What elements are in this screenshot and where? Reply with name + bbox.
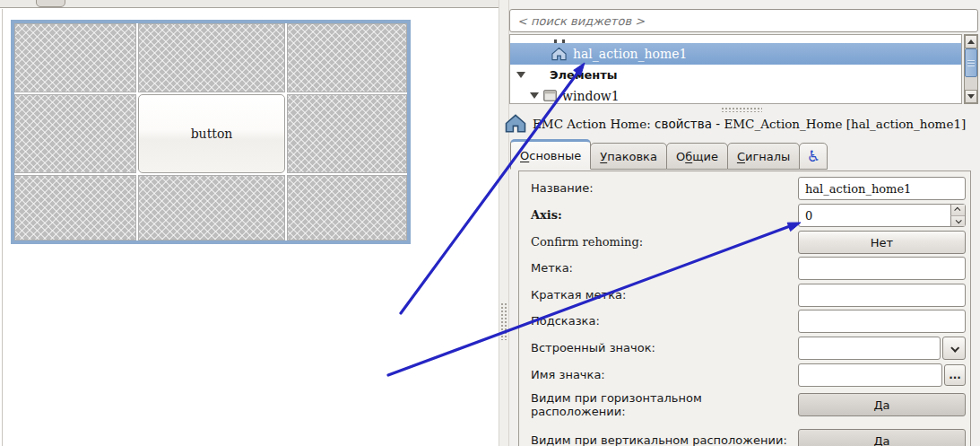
placeholder-cell[interactable] [138,23,285,92]
property-label-short-label: Краткая метка: [531,288,794,302]
pane-splitter-vertical[interactable] [499,0,509,446]
toolbar-strip [0,0,500,8]
tree-item-window1[interactable]: window1 [510,85,961,104]
accessibility-icon: ♿ [807,147,820,165]
property-label-visible-vertical: Видим при вертикальном расположении: [531,433,794,446]
property-label-axis: Axis: [531,208,794,222]
chevron-down-icon[interactable] [516,72,525,78]
splitter-grip-icon[interactable] [500,302,507,340]
confirm-rehoming-button[interactable]: Нет [798,231,966,254]
visible-vertical-toggle[interactable]: Да [798,429,966,446]
table-container: button [14,23,407,240]
label-field[interactable] [798,257,966,280]
properties-title: EMC Action Home: свойства - EMC_Action_H… [533,117,966,131]
glade-designer-window: button hal_action_home1 Элементы [0,0,980,446]
home-icon [504,114,527,133]
tree-scrollbar[interactable] [964,34,978,104]
arrow-down-icon [967,94,975,99]
tree-item-hal-action-home1[interactable]: hal_action_home1 [510,43,961,65]
workspace-left-border [2,9,3,446]
button-widget[interactable]: button [138,94,285,173]
placeholder-cell[interactable] [287,94,407,173]
stock-icon-combobox[interactable] [798,337,941,360]
combo-dropdown-button[interactable] [942,337,966,360]
placeholder-cell[interactable] [287,175,407,240]
property-label-label: Метка: [531,261,794,275]
property-label-stock-icon: Встроенный значок: [531,341,794,354]
browse-icon-button[interactable]: ... [944,364,966,386]
property-label-name: Название: [531,181,794,195]
chevron-down-icon[interactable] [530,92,539,99]
window-icon [543,90,557,101]
scroll-down-button[interactable] [965,90,977,103]
placeholder-cell[interactable] [138,175,285,240]
tab-signals[interactable]: Сигналы [727,143,800,170]
chevron-down-icon [956,217,962,223]
widget-tree: hal_action_home1 Элементы window1 [509,34,962,104]
scrollbar-thumb[interactable] [965,48,977,77]
tab-general[interactable]: Основные [510,139,591,170]
placeholder-cell[interactable] [287,23,407,92]
scroll-up-button[interactable] [965,35,977,48]
tree-item-label: hal_action_home1 [573,47,688,61]
tree-section-label: Элементы [550,68,618,82]
properties-panel: Название: Axis: Confirm rehoming: Нет Ме… [518,171,971,446]
property-label-tooltip: Подсказка: [531,314,794,328]
tree-item-elements[interactable]: Элементы [510,65,961,85]
spin-up-button[interactable] [950,205,965,215]
widget-search-input[interactable] [509,9,978,32]
short-label-field[interactable] [798,284,966,307]
tooltip-field[interactable] [798,310,966,333]
home-icon [551,47,567,61]
grip-icon [967,60,975,66]
placeholder-cell[interactable] [14,94,136,173]
properties-tabbar: Основные Упаковка Общие Сигналы ♿ [510,138,827,170]
property-label-confirm-rehoming: Confirm rehoming: [531,235,794,249]
property-label-visible-horizontal: Видим при горизонтальном расположении: [531,391,794,418]
visible-horizontal-toggle[interactable]: Да [798,393,966,416]
axis-spinbox[interactable] [798,204,966,227]
tree-row-clipped [510,35,961,43]
design-window-canvas[interactable]: button [11,20,411,244]
toolbar-tab-fragment[interactable] [36,0,65,7]
chevron-down-icon [950,343,959,352]
tab-packing[interactable]: Упаковка [590,143,667,170]
property-label-icon-name: Имя значка: [531,368,794,381]
placeholder-cell[interactable] [14,175,136,240]
tab-common[interactable]: Общие [666,143,728,170]
tab-accessibility[interactable]: ♿ [799,143,828,170]
icon-name-field[interactable] [798,363,942,387]
placeholder-cell[interactable] [14,23,136,92]
spin-down-button[interactable] [950,215,965,227]
button-widget-label: button [191,127,233,141]
splitter-grip-icon[interactable] [721,107,762,112]
name-field[interactable] [798,177,966,200]
arrow-up-icon [967,39,975,44]
tree-item-label: window1 [562,89,620,103]
chevron-up-icon [954,207,960,214]
